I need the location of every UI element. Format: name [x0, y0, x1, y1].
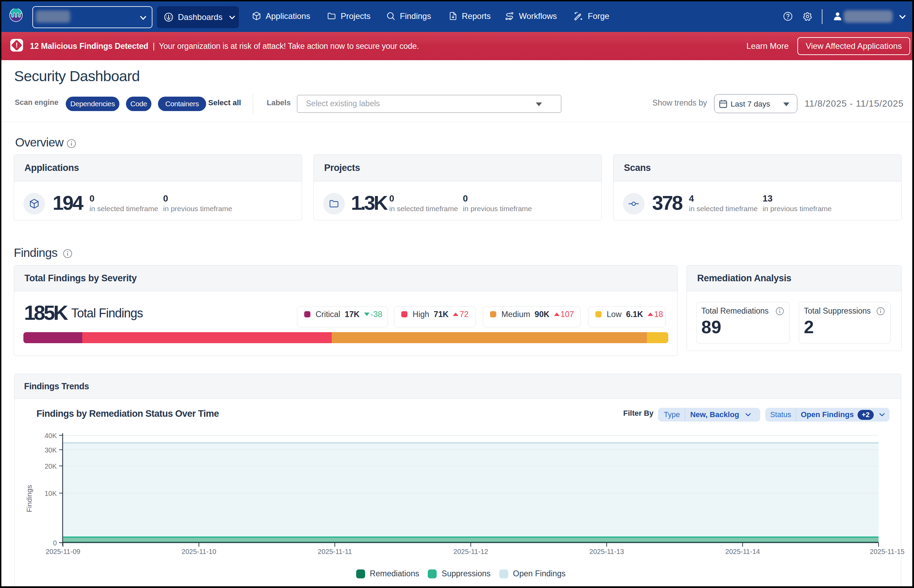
svg-text:2025-11-10: 2025-11-10 [182, 548, 216, 555]
svg-text:40K: 40K [44, 432, 57, 439]
svg-text:10K: 10K [44, 489, 57, 497]
svg-text:2025-11-15: 2025-11-15 [870, 548, 905, 555]
svg-text:20K: 20K [44, 462, 57, 470]
svg-text:30K: 30K [44, 446, 57, 454]
svg-text:2025-11-12: 2025-11-12 [454, 548, 488, 555]
svg-text:2025-11-09: 2025-11-09 [46, 548, 81, 555]
svg-text:2025-11-11: 2025-11-11 [318, 548, 352, 555]
svg-text:2025-11-13: 2025-11-13 [590, 548, 624, 555]
svg-text:Findings: Findings [25, 485, 33, 512]
svg-text:0: 0 [53, 539, 57, 547]
svg-text:2025-11-14: 2025-11-14 [725, 548, 760, 555]
